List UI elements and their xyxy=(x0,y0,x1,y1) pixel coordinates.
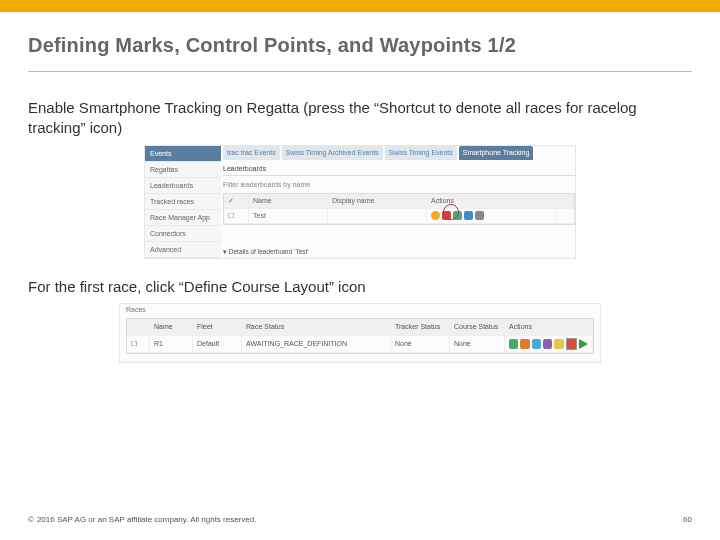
define-course-layout-icon[interactable] xyxy=(566,338,577,350)
sidebar-item-manager[interactable]: Race Manager App xyxy=(145,210,221,226)
col-tracker-status: Tracker Status xyxy=(391,319,450,335)
copyright-icon: © xyxy=(28,515,34,524)
action-icon[interactable] xyxy=(543,339,552,349)
cell-display xyxy=(328,209,427,223)
cell-name: R1 xyxy=(150,336,193,352)
col-race-status: Race Status xyxy=(242,319,391,335)
action-icon[interactable] xyxy=(509,339,518,349)
sidebar-item-tracked[interactable]: Tracked races xyxy=(145,194,221,210)
col-course-status: Course Status xyxy=(450,319,505,335)
action-icon[interactable] xyxy=(475,211,484,220)
sidebar: Events Regattas Leaderboards Tracked rac… xyxy=(145,146,221,258)
action-icon[interactable] xyxy=(442,211,451,220)
races-table: Name Fleet Race Status Tracker Status Co… xyxy=(126,318,594,354)
action-icon[interactable] xyxy=(532,339,541,349)
leaderboards-table: ✓ Name Display name Actions ☐ Test xyxy=(223,193,575,225)
instruction-text-1: Enable Smartphone Tracking on Regatta (p… xyxy=(28,98,692,139)
cell-course-status: None xyxy=(450,336,505,352)
tab-swiss-events[interactable]: Swiss Timing Events xyxy=(385,146,457,160)
sidebar-item-events[interactable]: Events xyxy=(145,146,221,162)
slide-title: Defining Marks, Control Points, and Wayp… xyxy=(28,34,692,57)
col-name: Name xyxy=(150,319,193,335)
play-icon[interactable] xyxy=(579,339,588,349)
slide-content: Defining Marks, Control Points, and Wayp… xyxy=(0,12,720,363)
races-heading: Races xyxy=(126,306,146,313)
action-icon[interactable] xyxy=(453,211,462,220)
screenshot-races-table: Races Name Fleet Race Status Tracker Sta… xyxy=(119,303,601,363)
col-actions: Actions xyxy=(427,194,556,208)
details-label: ▾ Details of leaderboard 'Test' xyxy=(223,248,309,256)
tab-smartphone-tracking[interactable]: Smartphone Tracking xyxy=(459,146,534,160)
slide-footer: ©2016 SAP AG or an SAP affiliate company… xyxy=(0,515,720,524)
col-display: Display name xyxy=(328,194,427,208)
tab-swiss-archived[interactable]: Swiss Timing Archived Events xyxy=(282,146,383,160)
screenshot-regatta-tracking: Events Regattas Leaderboards Tracked rac… xyxy=(144,145,576,259)
col-check xyxy=(127,319,150,335)
sidebar-item-connectors[interactable]: Connectors xyxy=(145,226,221,242)
shortcut-icon[interactable] xyxy=(431,211,440,220)
action-icon[interactable] xyxy=(554,339,563,349)
copyright: ©2016 SAP AG or an SAP affiliate company… xyxy=(28,515,256,524)
instruction-text-2: For the first race, click “Define Course… xyxy=(28,277,692,297)
cell-tracker-status: None xyxy=(391,336,450,352)
page-number: 60 xyxy=(683,515,692,524)
section-label: Leaderboards xyxy=(223,163,575,176)
title-divider xyxy=(28,71,692,72)
cell-actions xyxy=(505,336,593,352)
sidebar-item-regattas[interactable]: Regattas xyxy=(145,162,221,178)
cell-fleet: Default xyxy=(193,336,242,352)
cell-check[interactable]: ☐ xyxy=(127,336,150,352)
action-icon[interactable] xyxy=(520,339,529,349)
col-check: ✓ xyxy=(224,194,249,208)
sidebar-item-advanced[interactable]: Advanced xyxy=(145,242,221,258)
table-header-row: Name Fleet Race Status Tracker Status Co… xyxy=(127,319,593,336)
cell-check[interactable]: ☐ xyxy=(224,209,249,223)
copyright-text: 2016 SAP AG or an SAP affiliate company.… xyxy=(37,515,257,524)
table-row: ☐ Test xyxy=(224,209,574,224)
filter-label: Filter leaderboards by name xyxy=(223,179,575,190)
cell-actions xyxy=(427,209,556,223)
sidebar-item-leaderboards[interactable]: Leaderboards xyxy=(145,178,221,194)
col-fleet: Fleet xyxy=(193,319,242,335)
screenshot-main-panel: trac trac Events Swiss Timing Archived E… xyxy=(223,146,575,258)
cell-name: Test xyxy=(249,209,328,223)
slide-page: Defining Marks, Control Points, and Wayp… xyxy=(0,0,720,540)
brand-accent-bar xyxy=(0,0,720,12)
col-name: Name xyxy=(249,194,328,208)
tab-trac[interactable]: trac trac Events xyxy=(223,146,280,160)
col-actions: Actions xyxy=(505,319,593,335)
table-row: ☐ R1 Default AWAITING_RACE_DEFINITION No… xyxy=(127,336,593,353)
table-header-row: ✓ Name Display name Actions xyxy=(224,194,574,209)
cell-race-status: AWAITING_RACE_DEFINITION xyxy=(242,336,391,352)
tab-bar: trac trac Events Swiss Timing Archived E… xyxy=(223,146,575,160)
action-icon[interactable] xyxy=(464,211,473,220)
